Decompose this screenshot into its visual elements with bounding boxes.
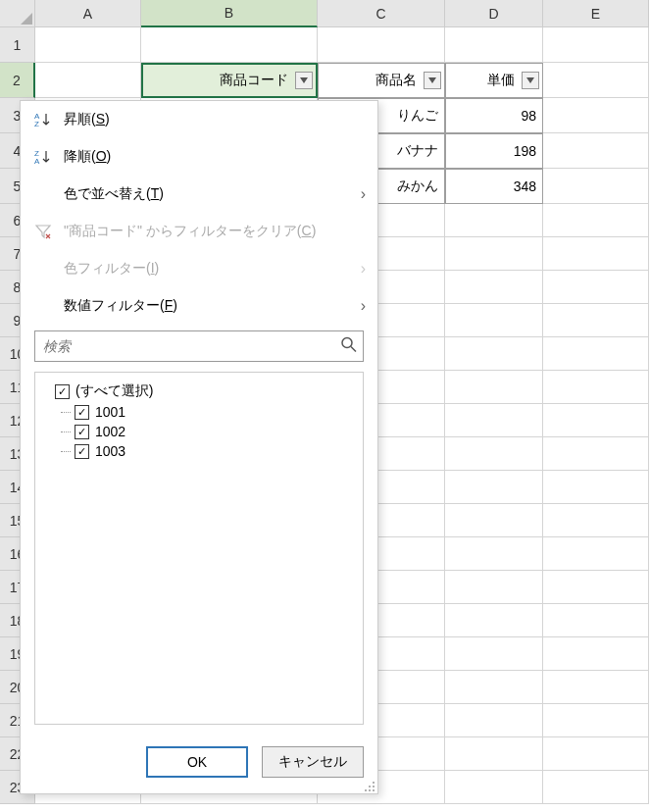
header-b-label: 商品コード xyxy=(220,72,288,89)
cell-d1[interactable] xyxy=(445,27,543,63)
cell[interactable] xyxy=(445,371,543,404)
cell-e2[interactable] xyxy=(543,63,649,98)
cell[interactable] xyxy=(445,771,543,804)
cell[interactable] xyxy=(445,204,543,237)
cancel-button[interactable]: キャンセル xyxy=(262,746,364,778)
cell[interactable] xyxy=(445,704,543,737)
sort-asc-label: 昇順(S) xyxy=(64,111,366,128)
cell-e3[interactable] xyxy=(543,98,649,133)
header-c-label: 商品名 xyxy=(375,72,417,89)
col-header-b[interactable]: B xyxy=(141,0,318,27)
cell[interactable] xyxy=(543,471,649,504)
cell-d3[interactable]: 98 xyxy=(445,98,543,133)
number-filter-item[interactable]: 数値フィルター(F) › xyxy=(21,287,377,325)
select-all-label: (すべて選択) xyxy=(75,382,153,400)
col-header-d[interactable]: D xyxy=(445,0,543,27)
cell[interactable] xyxy=(543,704,649,737)
cell-a1[interactable] xyxy=(35,27,141,63)
cell[interactable] xyxy=(543,237,649,271)
cell-e5[interactable] xyxy=(543,169,649,204)
cell[interactable] xyxy=(445,337,543,371)
cell[interactable] xyxy=(543,637,649,671)
cell[interactable] xyxy=(445,737,543,771)
cell[interactable] xyxy=(445,437,543,471)
cell-e4[interactable] xyxy=(543,133,649,169)
sort-desc-label: 降順(O) xyxy=(64,148,366,166)
chevron-right-icon: › xyxy=(361,297,366,315)
chevron-right-icon: › xyxy=(361,185,366,203)
cell[interactable] xyxy=(445,604,543,637)
cell-d5[interactable]: 348 xyxy=(445,169,543,204)
svg-point-8 xyxy=(365,789,367,791)
cell[interactable] xyxy=(445,404,543,437)
filter-button-c[interactable] xyxy=(424,72,441,89)
col-header-a[interactable]: A xyxy=(35,0,141,27)
cell[interactable] xyxy=(543,271,649,304)
select-all-checkbox[interactable]: ✓ (すべて選択) xyxy=(47,381,351,402)
col-header-e[interactable]: E xyxy=(543,0,649,27)
sort-desc-icon: ZA xyxy=(32,146,54,168)
cell[interactable] xyxy=(543,437,649,471)
checkbox-icon: ✓ xyxy=(55,384,70,399)
cell-c2-header[interactable]: 商品名 xyxy=(318,63,445,98)
cell[interactable] xyxy=(445,304,543,337)
clear-filter-label: "商品コード" からフィルターをクリア(C) xyxy=(64,223,366,240)
filter-value-item[interactable]: ✓ 1002 xyxy=(47,422,351,441)
cell[interactable] xyxy=(543,671,649,704)
cell[interactable] xyxy=(543,404,649,437)
cell[interactable] xyxy=(445,271,543,304)
cell-d4[interactable]: 198 xyxy=(445,133,543,169)
svg-text:Z: Z xyxy=(34,120,39,128)
cell[interactable] xyxy=(445,571,543,604)
cell[interactable] xyxy=(445,237,543,271)
cell[interactable] xyxy=(543,571,649,604)
col-header-c[interactable]: C xyxy=(318,0,445,27)
cell[interactable] xyxy=(543,304,649,337)
svg-point-7 xyxy=(373,786,375,787)
filter-value-item[interactable]: ✓ 1001 xyxy=(47,402,351,422)
sort-ascending-item[interactable]: AZ 昇順(S) xyxy=(21,101,377,138)
filter-value-label: 1003 xyxy=(95,443,125,459)
color-filter-item: 色フィルター(I) › xyxy=(21,250,377,287)
cell-e1[interactable] xyxy=(543,27,649,63)
cell[interactable] xyxy=(543,604,649,637)
ok-button[interactable]: OK xyxy=(146,746,248,778)
filter-button-b[interactable] xyxy=(295,72,313,89)
checkbox-icon: ✓ xyxy=(75,405,89,420)
cell-d2-header[interactable]: 単価 xyxy=(445,63,543,98)
cell-c1[interactable] xyxy=(318,27,445,63)
cell[interactable] xyxy=(543,504,649,537)
cell[interactable] xyxy=(543,537,649,571)
cell-b1[interactable] xyxy=(141,27,318,63)
clear-filter-item: "商品コード" からフィルターをクリア(C) xyxy=(21,213,377,250)
resize-grip-icon[interactable] xyxy=(364,780,375,791)
cell[interactable] xyxy=(543,371,649,404)
cell[interactable] xyxy=(445,504,543,537)
filter-value-item[interactable]: ✓ 1003 xyxy=(47,441,351,461)
cell[interactable] xyxy=(543,737,649,771)
cell[interactable] xyxy=(445,537,543,571)
cell-b2-header[interactable]: 商品コード xyxy=(141,63,318,98)
header-d-label: 単価 xyxy=(487,72,515,89)
filter-button-d[interactable] xyxy=(522,72,539,89)
cell[interactable] xyxy=(445,471,543,504)
dialog-buttons: OK キャンセル xyxy=(21,735,377,793)
cell-a2[interactable] xyxy=(35,63,141,98)
cell[interactable] xyxy=(543,204,649,237)
select-all-corner[interactable] xyxy=(0,0,35,27)
number-filter-label: 数値フィルター(F) xyxy=(64,297,351,315)
filter-value-label: 1002 xyxy=(95,424,125,439)
filter-values-list: ✓ (すべて選択) ✓ 1001 ✓ 1002 ✓ 1003 xyxy=(34,372,364,725)
sort-descending-item[interactable]: ZA 降順(O) xyxy=(21,138,377,176)
search-input[interactable] xyxy=(34,330,364,362)
row-header-1[interactable]: 1 xyxy=(0,27,35,63)
row-header-2[interactable]: 2 xyxy=(0,63,35,98)
checkbox-icon: ✓ xyxy=(75,425,89,439)
svg-text:A: A xyxy=(34,157,40,166)
cell[interactable] xyxy=(445,637,543,671)
svg-point-6 xyxy=(369,786,371,787)
cell[interactable] xyxy=(543,771,649,804)
sort-by-color-item[interactable]: 色で並べ替え(T) › xyxy=(21,176,377,213)
cell[interactable] xyxy=(445,671,543,704)
cell[interactable] xyxy=(543,337,649,371)
